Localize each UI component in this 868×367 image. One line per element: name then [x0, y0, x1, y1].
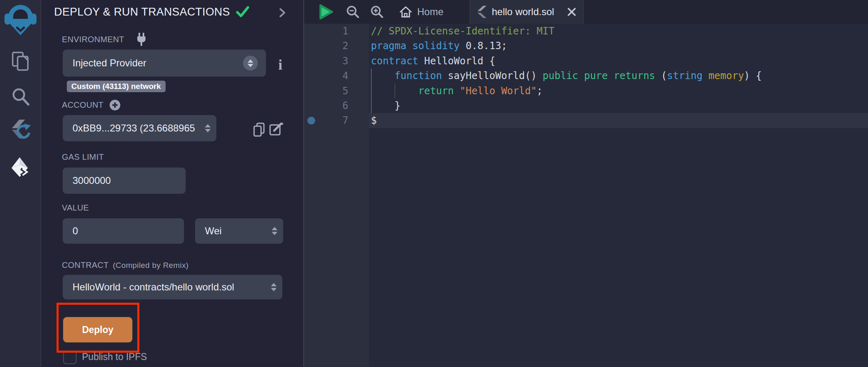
gas-limit-label: GAS LIMIT	[62, 152, 104, 162]
code-lines: 1// SPDX-License-Identifier: MIT2pragma …	[304, 24, 868, 128]
code-text[interactable]: }	[369, 98, 868, 113]
remix-ide-window: DEPLOY & RUN TRANSACTIONS ENVIRONMENT In…	[0, 0, 868, 367]
line-number[interactable]: 2	[304, 39, 369, 53]
line-number[interactable]: 3	[304, 54, 369, 68]
publish-ipfs-checkbox[interactable]	[63, 351, 77, 364]
code-token: sayHelloWorld()	[442, 70, 543, 82]
deploy-button[interactable]: Deploy	[63, 317, 132, 342]
code-text[interactable]: function sayHelloWorld() public pure ret…	[369, 68, 868, 83]
code-token	[371, 70, 395, 82]
sidebar-item-file-explorer[interactable]	[0, 51, 41, 72]
tab-home[interactable]: Home	[399, 0, 443, 24]
network-badge: Custom (43113) network	[67, 81, 166, 92]
code-token: string	[667, 70, 702, 82]
code-text[interactable]: pragma solidity 0.8.13;	[369, 39, 868, 53]
account-select-spinner	[205, 124, 211, 132]
tab-file-label: hello world.sol	[492, 6, 562, 18]
code-line[interactable]: 3contract HelloWorld {	[304, 54, 868, 68]
line-number[interactable]: 5	[304, 84, 369, 98]
sidebar-item-solidity-compiler[interactable]	[0, 120, 41, 146]
close-tab-icon[interactable]	[568, 8, 576, 16]
account-label: ACCOUNT	[62, 100, 104, 110]
value-unit-spinner	[272, 227, 277, 235]
gas-limit-input[interactable]: 3000000	[63, 168, 186, 194]
code-text[interactable]: return "Hello World";	[369, 84, 868, 98]
code-area: 1// SPDX-License-Identifier: MIT2pragma …	[304, 24, 868, 367]
value-input[interactable]: 0	[63, 218, 184, 244]
home-icon	[399, 6, 412, 18]
sidebar-item-deploy-run[interactable]	[0, 156, 41, 179]
code-token: pragma solidity	[371, 40, 466, 52]
breakpoint-marker[interactable]	[307, 117, 315, 125]
code-token: memory	[709, 70, 744, 82]
deploy-run-panel: DEPLOY & RUN TRANSACTIONS ENVIRONMENT In…	[41, 0, 303, 367]
code-token: }	[371, 100, 400, 111]
code-line[interactable]: 4 function sayHelloWorld() public pure r…	[304, 68, 868, 83]
code-text[interactable]: contract HelloWorld {	[369, 54, 868, 68]
code-text[interactable]: $	[369, 113, 868, 128]
zoom-in-button[interactable]	[370, 5, 384, 20]
code-line[interactable]: 2pragma solidity 0.8.13;	[304, 39, 868, 53]
page-title: DEPLOY & RUN TRANSACTIONS	[54, 6, 230, 18]
code-token: ;	[537, 85, 543, 97]
solidity-file-icon	[477, 6, 486, 18]
code-token: public pure returns	[543, 70, 655, 82]
contract-select[interactable]: HelloWorld - contracts/hello world.sol	[63, 275, 282, 299]
environment-value: Injected Provider	[63, 57, 243, 69]
edit-pencil-icon	[269, 122, 284, 136]
sidebar-item-search[interactable]	[0, 87, 41, 107]
code-token: 0.8.13;	[466, 40, 507, 52]
environment-info-icon[interactable]: i	[278, 56, 282, 73]
code-editor-pane: Home hello world.sol 1// SPDX-License-Id…	[303, 0, 868, 367]
tab-home-label: Home	[417, 6, 443, 18]
gas-limit-value: 3000000	[63, 175, 186, 186]
code-token: (	[655, 70, 667, 82]
code-token: contract	[371, 55, 424, 67]
account-select[interactable]: 0xBB9...29733 (23.6688965	[63, 115, 216, 141]
code-token: // SPDX-License-Identifier: MIT	[371, 25, 554, 37]
line-number[interactable]: 1	[304, 24, 369, 39]
copy-account-button[interactable]	[253, 122, 265, 139]
activity-bar	[0, 0, 41, 367]
code-line[interactable]: 6 }	[304, 98, 868, 113]
remix-logo[interactable]	[0, 2, 41, 36]
code-token: return	[418, 85, 460, 97]
solidity-compiler-icon	[9, 120, 32, 146]
search-icon	[11, 87, 30, 107]
line-number[interactable]: 4	[304, 68, 369, 83]
edit-account-button[interactable]	[269, 122, 284, 138]
code-text[interactable]: // SPDX-License-Identifier: MIT	[369, 24, 868, 39]
deploy-run-icon	[10, 156, 31, 179]
zoom-in-icon	[370, 5, 384, 18]
panel-header: DEPLOY & RUN TRANSACTIONS	[41, 0, 303, 24]
code-token: $	[371, 115, 377, 126]
code-line[interactable]: 5 return "Hello World";	[304, 84, 868, 98]
editor-topbar: Home hello world.sol	[304, 0, 868, 24]
contract-label-row: CONTRACT (Compiled by Remix)	[62, 261, 189, 270]
add-account-icon[interactable]	[109, 100, 120, 111]
code-token	[371, 85, 418, 97]
copy-icon	[253, 122, 265, 137]
code-line[interactable]: 1// SPDX-License-Identifier: MIT	[304, 24, 868, 39]
file-explorer-icon	[11, 51, 30, 72]
value-unit: Wei	[195, 225, 272, 237]
account-label-row: ACCOUNT	[62, 100, 120, 111]
contract-sublabel: (Compiled by Remix)	[113, 261, 189, 270]
value-label-text: VALUE	[62, 203, 89, 213]
tab-hello-world-sol[interactable]: hello world.sol	[470, 0, 584, 24]
panel-collapse-chevron[interactable]	[279, 8, 286, 18]
code-token: ) {	[744, 70, 761, 82]
environment-select[interactable]: Injected Provider	[63, 50, 266, 77]
code-token	[702, 70, 708, 82]
value-label: VALUE	[62, 203, 89, 213]
contract-label: CONTRACT	[62, 261, 109, 270]
line-number[interactable]: 6	[304, 98, 369, 113]
environment-select-spinner	[243, 56, 258, 70]
gas-limit-label-text: GAS LIMIT	[62, 152, 104, 162]
code-line[interactable]: 7$	[304, 113, 868, 128]
run-script-button[interactable]	[318, 3, 334, 22]
publish-ipfs-label[interactable]: Publish to IPFS	[82, 351, 147, 362]
zoom-out-button[interactable]	[346, 5, 359, 20]
value-unit-select[interactable]: Wei	[195, 218, 283, 244]
remix-logo-graphic	[4, 2, 37, 36]
